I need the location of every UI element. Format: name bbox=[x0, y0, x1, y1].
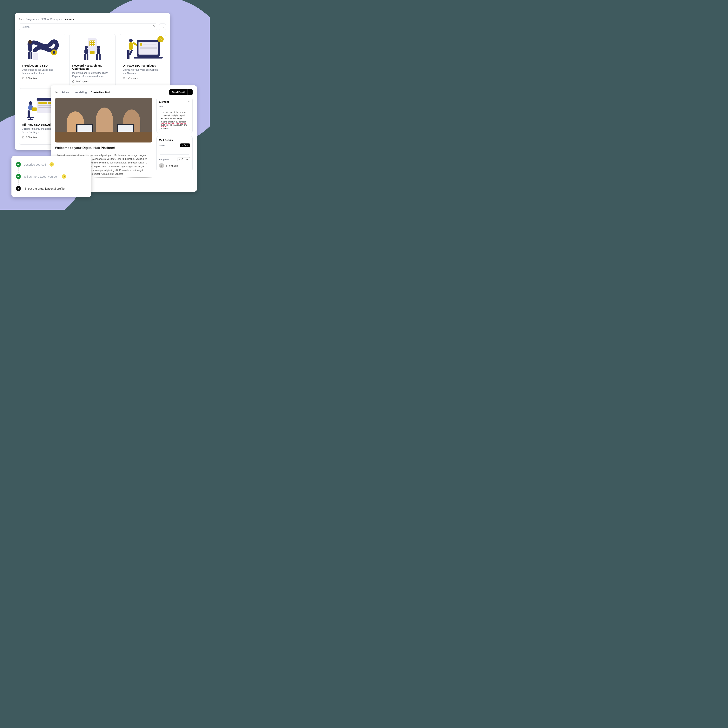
lesson-illustration bbox=[72, 37, 112, 62]
svg-rect-35 bbox=[139, 47, 157, 47]
svg-point-33 bbox=[140, 43, 142, 46]
lesson-illustration bbox=[22, 37, 62, 62]
change-button[interactable]: Change bbox=[177, 157, 190, 161]
save-button[interactable]: Save bbox=[180, 144, 190, 147]
progress-bar bbox=[22, 82, 62, 82]
svg-rect-8 bbox=[23, 78, 24, 79]
svg-rect-25 bbox=[97, 49, 100, 54]
element-panel: Element Text Lorem ipsum dolor sit amet,… bbox=[156, 98, 193, 133]
search-input[interactable] bbox=[19, 23, 157, 30]
svg-rect-57 bbox=[28, 119, 33, 120]
svg-point-2 bbox=[53, 51, 55, 54]
chevron-right-icon: › bbox=[23, 18, 24, 21]
step-label: Fill out the organizational profile bbox=[23, 187, 65, 190]
lock-icon bbox=[158, 36, 164, 42]
svg-point-4 bbox=[28, 40, 32, 44]
chevron-up-icon[interactable] bbox=[188, 100, 190, 103]
svg-rect-12 bbox=[92, 41, 93, 42]
lesson-card[interactable]: Keyword Research and Optimization Identi… bbox=[69, 34, 115, 89]
svg-point-50 bbox=[29, 101, 32, 105]
svg-rect-14 bbox=[90, 43, 92, 44]
lesson-title: Introduction to SEO bbox=[22, 64, 62, 67]
chapter-count: 2 Chapters bbox=[22, 77, 62, 80]
search-input-wrap bbox=[19, 23, 157, 30]
breadcrumb-course[interactable]: SEO for Startups bbox=[41, 18, 60, 21]
svg-rect-58 bbox=[23, 136, 24, 138]
step-number-icon: 3 bbox=[16, 186, 21, 191]
recipients-label: Recipients bbox=[159, 158, 169, 161]
breadcrumb-admin[interactable]: Admin bbox=[61, 91, 69, 94]
lesson-subtitle: Optimizing Your Website's Content and St… bbox=[123, 68, 163, 75]
chapter-count-text: 2 Chapters bbox=[26, 77, 37, 80]
change-button-label: Change bbox=[182, 158, 188, 161]
svg-rect-52 bbox=[32, 107, 37, 111]
breadcrumb: › Admin › User Mailing › Create New Mail bbox=[55, 91, 110, 94]
svg-rect-37 bbox=[134, 57, 163, 58]
breadcrumb: › Programs › SEO for Startups › Lessons bbox=[19, 17, 166, 21]
svg-point-0 bbox=[153, 25, 155, 27]
lesson-title: On-Page SEO Techniques bbox=[123, 64, 163, 67]
check-icon bbox=[16, 174, 21, 179]
svg-rect-39 bbox=[129, 42, 133, 50]
element-text-input[interactable]: Lorem ipsum dolor sit amet, consectetur … bbox=[159, 109, 190, 130]
mail-heading: Welcome to your Digital Hub Platform! bbox=[55, 146, 152, 150]
subject-input[interactable] bbox=[159, 149, 190, 154]
info-icon[interactable] bbox=[62, 174, 66, 179]
send-email-dropdown[interactable] bbox=[187, 89, 193, 95]
svg-point-72 bbox=[162, 165, 162, 165]
svg-rect-34 bbox=[143, 44, 156, 44]
svg-point-20 bbox=[85, 46, 88, 49]
progress-bar bbox=[123, 82, 163, 82]
svg-rect-15 bbox=[92, 43, 93, 44]
send-email-button[interactable]: Send Email bbox=[169, 89, 187, 95]
svg-rect-23 bbox=[87, 54, 88, 60]
svg-rect-11 bbox=[90, 41, 92, 42]
chevron-right-icon: › bbox=[59, 91, 60, 94]
mail-details-panel: Mail Details Subject Save Recipients Cha… bbox=[156, 136, 193, 171]
chevron-up-icon[interactable] bbox=[188, 139, 190, 142]
svg-rect-53 bbox=[28, 110, 30, 116]
svg-rect-18 bbox=[92, 44, 93, 46]
breadcrumb-mailing[interactable]: User Mailing bbox=[73, 91, 87, 94]
svg-point-38 bbox=[129, 39, 133, 42]
check-icon bbox=[16, 162, 21, 167]
step-label: Describe yourself bbox=[23, 163, 46, 166]
chapter-count-text: 2 Chapters bbox=[126, 77, 138, 80]
subject-label: Subject bbox=[159, 144, 166, 147]
step-item[interactable]: Tell us more about yourself bbox=[16, 173, 87, 185]
svg-point-24 bbox=[97, 46, 100, 49]
chapter-count-text: 6 Chapters bbox=[26, 136, 37, 139]
lesson-subtitle: Identifying and Targeting the Right Keyw… bbox=[72, 72, 112, 78]
svg-rect-7 bbox=[31, 52, 32, 59]
svg-rect-22 bbox=[84, 54, 86, 60]
step-item[interactable]: 3 Fill out the organizational profile bbox=[16, 185, 87, 192]
svg-rect-36 bbox=[139, 48, 157, 49]
step-label: Tell us more about yourself bbox=[23, 175, 58, 178]
info-icon[interactable] bbox=[49, 162, 54, 167]
lesson-subtitle: Understanding the Basics and Importance … bbox=[22, 68, 62, 75]
chapter-count: 2 Chapters bbox=[123, 77, 163, 80]
svg-point-71 bbox=[161, 165, 162, 166]
svg-rect-21 bbox=[84, 49, 88, 54]
mail-hero-image bbox=[55, 98, 152, 142]
svg-rect-54 bbox=[28, 115, 30, 117]
recipients-count: 3 Recipients bbox=[165, 164, 178, 167]
home-icon[interactable] bbox=[19, 17, 22, 21]
home-icon[interactable] bbox=[55, 91, 58, 94]
svg-rect-17 bbox=[90, 44, 92, 46]
svg-rect-3 bbox=[33, 53, 38, 60]
chevron-right-icon: › bbox=[38, 18, 39, 21]
lesson-card[interactable]: Introduction to SEO Understanding the Ba… bbox=[19, 34, 65, 89]
svg-rect-30 bbox=[160, 39, 161, 40]
lesson-card[interactable]: On-Page SEO Techniques Optimizing Your W… bbox=[120, 34, 166, 89]
sort-button[interactable] bbox=[159, 23, 166, 30]
svg-rect-29 bbox=[73, 81, 74, 82]
step-item[interactable]: Describe yourself bbox=[16, 161, 87, 173]
svg-rect-19 bbox=[93, 44, 95, 46]
chevron-right-icon: › bbox=[61, 18, 62, 21]
lesson-illustration bbox=[123, 37, 163, 62]
breadcrumb-programs[interactable]: Programs bbox=[26, 18, 37, 21]
chapter-count: 10 Chapters bbox=[72, 80, 112, 83]
svg-rect-43 bbox=[123, 78, 125, 79]
svg-rect-16 bbox=[93, 43, 95, 44]
